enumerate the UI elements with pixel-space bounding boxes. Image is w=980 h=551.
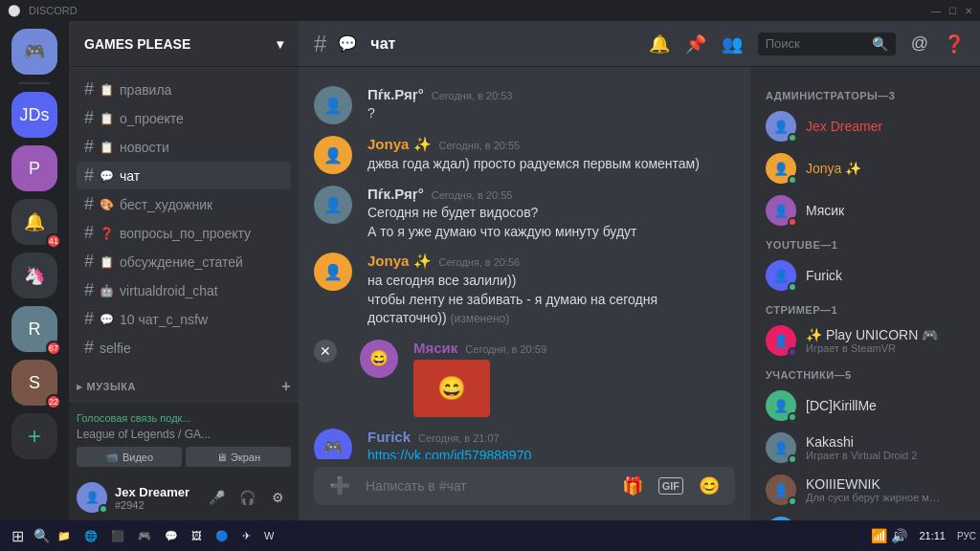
server-icon-rpc[interactable]: R 67 xyxy=(11,306,57,352)
hash-icon: # xyxy=(84,338,94,358)
member-jonya[interactable]: 👤 Jonya ✨ xyxy=(758,147,972,189)
server-icon-p[interactable]: P xyxy=(11,145,57,191)
hash-icon: # xyxy=(84,252,94,272)
gif-icon[interactable]: GIF xyxy=(658,477,683,495)
server-sidebar: 🎮 JDs P 🔔 41 🦄 R 67 S 22 + xyxy=(0,21,69,520)
server-icon-jds[interactable]: JDs xyxy=(11,92,57,138)
screen-btn[interactable]: 🖥 Экран xyxy=(186,447,291,467)
at-icon[interactable]: @ xyxy=(911,33,928,54)
taskbar-item-word[interactable]: W xyxy=(258,522,279,549)
message-header-3: Пŕк.Ряŗ° Сегодня, в 20:55 xyxy=(368,186,735,202)
user-area: 👤 Jex Dreamer #2942 🎤 🎧 ⚙ xyxy=(69,474,299,520)
member-status-kirillme xyxy=(788,412,797,422)
message-input[interactable] xyxy=(358,467,614,505)
invite-icon[interactable]: 👤 xyxy=(269,169,283,183)
author-4: Jonya ✨ xyxy=(368,253,432,270)
window-controls[interactable]: — ☐ ✕ xyxy=(931,6,972,16)
word-icon: W xyxy=(264,530,274,541)
taskbar-item-telegram[interactable]: ✈ xyxy=(236,522,256,549)
taskbar-item-explorer[interactable]: 📁 xyxy=(52,522,77,549)
taskbar-item-photoshop[interactable]: 🖼 xyxy=(186,522,208,549)
settings-icon-selfie[interactable]: ⚙ xyxy=(255,342,265,355)
channel-virtualdroid[interactable]: # 🤖 virtualdroid_chat xyxy=(77,276,291,304)
telegram-icon: ✈ xyxy=(242,530,251,542)
screen-label: Экран xyxy=(231,452,260,463)
server-name-bar[interactable]: GAMES PLEASE ▾ xyxy=(69,21,299,67)
server-icon-discord[interactable]: 🎮 xyxy=(11,29,57,75)
video-btn[interactable]: 📹 Видео xyxy=(77,447,182,467)
message-header-5: Мясик Сегодня, в 20:59 xyxy=(413,340,735,356)
gift-icon[interactable]: 🎁 xyxy=(614,468,651,504)
message-group-2: 👤 Jonya ✨ Сегодня, в 20:55 джва года жда… xyxy=(299,132,750,178)
minimize-btn[interactable]: — xyxy=(931,6,941,16)
member-avatar-myasik: 👤 xyxy=(766,195,796,226)
member-kirillme[interactable]: 👤 [DC]KirillMe xyxy=(758,385,972,427)
channel-icon-pravila: 📋 xyxy=(100,83,114,97)
help-icon[interactable]: ❓ xyxy=(944,33,965,55)
title-bar: ⚪ DISCORD — ☐ ✕ xyxy=(0,0,980,21)
server-icon-notify[interactable]: 🔔 41 xyxy=(11,199,57,245)
members-icon[interactable]: 👥 xyxy=(722,33,743,55)
channel-chat[interactable]: # 💬 чат ⚙ 👤 xyxy=(77,162,291,189)
network-icon: 📶 xyxy=(871,528,887,543)
member-kakashi[interactable]: 👤 Kakashi Играет в Virtual Droid 2 xyxy=(758,427,972,469)
channel-nsfw[interactable]: # 💬 10 чат_с_nsfw xyxy=(77,305,291,333)
notification-badge-s2: 22 xyxy=(46,394,61,409)
add-server-btn[interactable]: + xyxy=(11,413,57,459)
start-btn[interactable]: ⊞ xyxy=(4,527,32,545)
emoji-icon[interactable]: 😊 xyxy=(691,468,727,504)
settings-btn[interactable]: ⚙ xyxy=(264,484,291,511)
server-icon-s2[interactable]: S 22 xyxy=(11,360,57,406)
taskbar-item-edge[interactable]: 🌐 xyxy=(78,522,103,549)
message-group-3: 👤 Пŕк.Ряŗ° Сегодня, в 20:55 Сегодня не б… xyxy=(299,182,750,245)
server-divider xyxy=(19,82,50,84)
channel-selfie[interactable]: # selfie ⚙ 👤 xyxy=(77,334,291,362)
member-koiiiewnik[interactable]: 👤 KOIIIEWNIK Для суси берут жирное мяс..… xyxy=(758,469,972,511)
taskbar-item-chrome[interactable]: 🔵 xyxy=(210,522,234,549)
message-image-5[interactable]: 😄 xyxy=(413,360,490,417)
voice-status: Голосовая связь подк... xyxy=(77,412,291,424)
close-embed-btn[interactable]: ✕ xyxy=(314,340,337,363)
hash-icon: # xyxy=(84,194,94,214)
channel-best-hudozhnik[interactable]: # 🎨 бест_художник xyxy=(77,190,291,218)
member-myasik[interactable]: 👤 Мясик xyxy=(758,189,972,231)
pin-icon[interactable]: 📌 xyxy=(685,33,706,55)
taskbar-item-steam[interactable]: 🎮 xyxy=(132,522,157,549)
member-furick[interactable]: 👤 Furick xyxy=(758,254,972,297)
member-name-furick: Furick xyxy=(806,268,842,283)
search-input[interactable] xyxy=(766,36,864,51)
taskbar-item-discord[interactable]: 💬 xyxy=(159,522,184,549)
channel-name-pravila: правила xyxy=(120,82,171,98)
channel-voprosy[interactable]: # ❓ вопросы_по_проекту xyxy=(77,219,291,247)
taskbar-item-cmd[interactable]: ⬛ xyxy=(105,522,130,549)
settings-icon[interactable]: ⚙ xyxy=(255,169,265,183)
member-subtext-unicorn: Играет в SteamVR xyxy=(806,342,938,354)
channel-novosti[interactable]: # 📋 новости xyxy=(77,133,291,161)
message-input-area: ➕ 🎁 GIF 😊 xyxy=(299,459,750,520)
server-icon-unicorn[interactable]: 🦄 xyxy=(11,253,57,298)
member-supernova[interactable]: 👤 supernova(Данил) xyxy=(758,511,972,520)
category-muzika[interactable]: ▸ МУЗЫКА + xyxy=(69,363,299,399)
add-channel-muzika[interactable]: + xyxy=(281,378,291,395)
channel-obsuzhdenie[interactable]: # 📋 обсуждение_статей xyxy=(77,248,291,276)
member-avatar-furick: 👤 xyxy=(766,260,796,291)
deafen-btn[interactable]: 🎧 xyxy=(234,484,260,511)
search-bar[interactable]: 🔍 xyxy=(758,33,896,55)
vk-link[interactable]: https://vk.com/id579888970 xyxy=(368,448,531,459)
member-status-furick xyxy=(788,282,797,292)
member-info-unicorn: ✨ Play UNICORN 🎮 Играет в SteamVR xyxy=(806,327,938,354)
mute-btn[interactable]: 🎤 xyxy=(203,484,230,511)
taskbar-search[interactable]: 🔍 xyxy=(33,528,50,543)
message-content-3: Пŕк.Ряŗ° Сегодня, в 20:55 Сегодня не буд… xyxy=(368,186,735,241)
member-jex-dreamer[interactable]: 👤 Jex Dreamer xyxy=(758,105,972,147)
member-play-unicorn[interactable]: 👤 ✨ Play UNICORN 🎮 Играет в SteamVR xyxy=(758,320,972,362)
maximize-btn[interactable]: ☐ xyxy=(948,6,957,16)
close-btn[interactable]: ✕ xyxy=(965,6,972,16)
channel-pravila[interactable]: # 📋 правила xyxy=(77,76,291,103)
add-file-icon[interactable]: ➕ xyxy=(322,468,358,504)
member-subtext-koiiiewnik: Для суси берут жирное мяс... xyxy=(806,492,940,503)
invite-icon-selfie[interactable]: 👤 xyxy=(269,342,283,355)
input-actions: 🎁 GIF 😊 xyxy=(614,468,727,504)
channel-o-proekte[interactable]: # 📋 о_проекте xyxy=(77,104,291,132)
bell-icon[interactable]: 🔔 xyxy=(649,33,670,55)
